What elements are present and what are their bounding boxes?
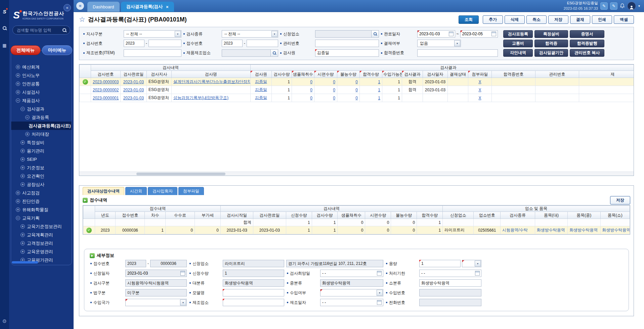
form-tool-button[interactable]: 합격증 (534, 40, 568, 47)
tree-plus-icon[interactable]: + (16, 73, 20, 78)
query-button[interactable]: 조회 (459, 15, 479, 24)
tree-plus-icon[interactable]: + (20, 166, 25, 170)
tree-plus-icon[interactable]: + (20, 174, 25, 178)
approval-select[interactable]: 없음▾ (417, 40, 461, 47)
cell-link[interactable]: 설계단계검사기록부(가스누출경보차단장치) (173, 79, 251, 84)
cell-link[interactable]: 2023-01-03 (123, 80, 144, 84)
form-tool-button[interactable]: 검사일괄기안 (534, 49, 568, 57)
sidebar-item[interactable]: +고객정보관리 (11, 239, 72, 247)
chevron-down-icon[interactable]: ▾ (638, 4, 640, 8)
cell-link[interactable]: X (478, 80, 481, 84)
column-header[interactable]: 품목(중) (568, 212, 600, 219)
branch-select[interactable]: -- 전체 --▾ (124, 30, 181, 38)
cell-link[interactable]: 2023-0000002 (93, 88, 119, 92)
cell-link[interactable]: 0 (310, 88, 312, 92)
tree-minus-icon[interactable]: − (16, 98, 20, 103)
collapse-sidebar-button[interactable]: « (63, 4, 71, 11)
cert-no-input[interactable] (417, 49, 498, 57)
capacity-unit-select[interactable]: ▾ (462, 260, 481, 267)
column-header[interactable]: 검사지사 (147, 71, 172, 78)
tree-plus-icon[interactable]: + (20, 182, 25, 187)
column-header[interactable]: 검사명 (172, 71, 251, 78)
sidebar-item[interactable]: +안전공통 (11, 80, 72, 88)
import-country-select[interactable]: ▾ (125, 299, 187, 306)
manage-no-input[interactable] (315, 40, 379, 47)
save-button[interactable]: 저장 (610, 196, 630, 204)
favorite-star-icon[interactable]: ☆ (79, 15, 85, 23)
form-tool-button[interactable]: 교통비 (503, 40, 533, 47)
table-row[interactable]: 2023-00000012023-01-03ESG경영처성능검정기록부(내압방폭… (80, 94, 634, 102)
cancel-button[interactable]: 취소 (526, 15, 547, 24)
sidebar-item[interactable]: +요건확인 (11, 172, 72, 180)
cell-link[interactable]: 1 (378, 88, 380, 92)
sidebar-item[interactable]: +유해화학물질 (11, 205, 72, 214)
sidebar-item[interactable]: +진단인증 (11, 197, 72, 205)
menu-search-input[interactable] (17, 28, 62, 33)
form-tool-button[interactable]: 증명서 (570, 30, 604, 38)
sidebar-item[interactable]: −교육기획 (11, 214, 72, 222)
column-header[interactable]: 검사종류 (501, 212, 535, 219)
cell-link[interactable]: 2023-0000001 (93, 96, 119, 100)
cell-link[interactable]: 0 (355, 80, 358, 84)
complete-date-from[interactable] (417, 30, 455, 38)
column-header[interactable]: 관리번호 (535, 71, 579, 78)
excel-button[interactable]: 엑셀 (614, 15, 634, 24)
column-header[interactable]: 합격수량 (417, 212, 443, 219)
capacity-input[interactable] (419, 260, 461, 267)
sidebar-item[interactable]: +특정설비 (11, 138, 72, 147)
column-header[interactable]: 검사원 (251, 71, 272, 78)
calendar-icon[interactable] (449, 32, 454, 36)
column-header[interactable]: 검사완료일 (121, 71, 147, 78)
column-header[interactable]: 제 (579, 71, 634, 78)
tree-minus-icon[interactable]: − (16, 216, 20, 220)
column-header[interactable]: 신청수량 (286, 212, 312, 219)
sidebar-item[interactable]: +용기관리 (11, 147, 72, 155)
column-header[interactable]: 샘플채취수 (292, 71, 314, 78)
avatar[interactable] (627, 2, 636, 10)
column-header[interactable]: 차수 (145, 212, 166, 219)
date-input[interactable] (461, 31, 492, 37)
scrollbar-thumb[interactable] (12, 261, 38, 264)
column-header[interactable]: 샘플채취수 (338, 212, 365, 219)
cell-link[interactable]: 0 (310, 96, 312, 100)
form-tool-button[interactable]: 관리번호 복사 (570, 49, 604, 57)
apps-grid-icon[interactable]: ▦ (2, 43, 6, 48)
search-icon[interactable] (2, 26, 7, 32)
column-header[interactable]: 수수료 (165, 212, 195, 219)
cell-link[interactable]: 0 (355, 96, 358, 100)
search-icon[interactable] (271, 49, 278, 57)
detail-tab[interactable]: 검사대상접수내역 (83, 187, 124, 195)
tree-plus-icon[interactable]: + (20, 140, 25, 145)
detail-tab[interactable]: 검사입회자 (148, 187, 177, 195)
tree-minus-icon[interactable]: − (20, 107, 25, 111)
column-header[interactable]: 불능수량 (337, 71, 360, 78)
column-header[interactable]: 부가세 (195, 212, 221, 219)
column-header[interactable]: 검사결과 (402, 71, 423, 78)
workspace-tab[interactable]: Dashboard (87, 2, 120, 12)
approve-button[interactable]: 결재 (570, 15, 590, 24)
popup-icon[interactable]: ✎ (600, 2, 608, 10)
gear-icon[interactable]: ⚙ (2, 318, 7, 324)
sidebar-horizontal-scrollbar[interactable] (12, 261, 71, 264)
tree-plus-icon[interactable]: + (16, 191, 20, 195)
maker-input[interactable] (223, 299, 284, 306)
detail-tab[interactable]: 첨부파일 (178, 187, 204, 195)
inspection-no-year-input[interactable] (124, 40, 144, 47)
sidebar-item[interactable]: −검사결과 (11, 105, 72, 113)
cell-link[interactable]: X (478, 96, 481, 100)
column-header[interactable]: 합격증번호 (492, 71, 535, 78)
column-header[interactable]: 시편수량 (365, 212, 391, 219)
column-header[interactable]: 품목(소) (600, 212, 630, 219)
sidebar-item[interactable]: +교육운영관리 (11, 247, 72, 256)
date-input[interactable] (320, 270, 377, 277)
tree-plus-icon[interactable]: + (20, 249, 25, 254)
tree-plus-icon[interactable]: + (16, 199, 20, 203)
hamburger-menu-icon[interactable]: ≡ (76, 2, 84, 10)
column-header[interactable]: 검사번호 (91, 71, 121, 78)
horizontal-scrollbar[interactable] (79, 172, 634, 176)
sidebar-item[interactable]: +교육기준정보관리 (11, 222, 72, 231)
column-header[interactable]: 시편수량 (314, 71, 337, 78)
sidebar-item[interactable]: +예산회계 (11, 63, 72, 71)
date-input[interactable] (420, 270, 475, 277)
search-icon[interactable] (372, 30, 379, 38)
